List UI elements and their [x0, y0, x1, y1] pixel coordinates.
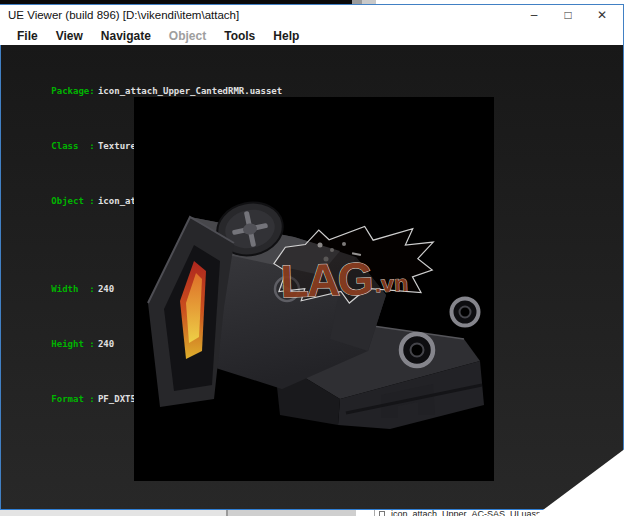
background-window-bottom-strip — [0, 510, 226, 516]
menu-file[interactable]: File — [8, 29, 47, 43]
minimize-icon[interactable]: – — [517, 5, 551, 26]
maximize-icon[interactable]: □ — [551, 5, 585, 26]
close-icon[interactable]: ✕ — [585, 5, 619, 26]
ue-viewer-window: UE Viewer (build 896) [D:\vikendi\item\a… — [0, 4, 624, 510]
background-window-scrollbar[interactable] — [228, 510, 356, 516]
watermark-text-main: LAG — [280, 252, 373, 307]
rail-bolt-right — [452, 299, 479, 326]
window-left-border — [0, 45, 1, 509]
menu-view[interactable]: View — [47, 29, 92, 43]
texture-preview: LAG .vn — [134, 97, 494, 481]
sight-lens — [148, 217, 234, 407]
watermark-text-suffix: .vn — [374, 270, 408, 297]
window-title: UE Viewer (build 896) [D:\vikendi\item\a… — [13, 9, 239, 21]
background-window-column-line — [374, 510, 375, 516]
menu-tools[interactable]: Tools — [215, 29, 264, 43]
lag-vn-watermark: LAG .vn — [273, 224, 436, 308]
rmr-sight-image: LAG .vn — [134, 97, 494, 481]
menu-help[interactable]: Help — [264, 29, 308, 43]
caption-buttons: – □ ✕ — [517, 5, 619, 26]
menu-bar: File View Navigate Object Tools Help — [0, 26, 623, 45]
viewer-client-area: Package:icon_attach_Upper_CantedRMR.uass… — [0, 45, 623, 509]
title-bar: UE Viewer (build 896) [D:\vikendi\item\a… — [0, 5, 623, 26]
menu-object: Object — [160, 29, 215, 43]
file-item-label[interactable]: icon_attach_Upper_AC-SAS_UI.uasset — [391, 509, 548, 516]
menu-navigate[interactable]: Navigate — [92, 29, 160, 43]
rail-bolt-left — [401, 334, 433, 366]
file-item-checkbox[interactable] — [379, 511, 385, 516]
